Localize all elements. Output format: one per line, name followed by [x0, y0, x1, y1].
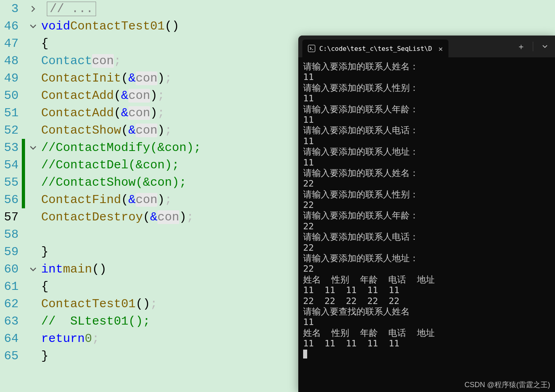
- line-number: 57: [0, 210, 22, 224]
- keyword: void: [41, 19, 70, 33]
- terminal-window[interactable]: C:\code\test_c\test_SeqList\D ✕ ＋ 请输入要添加…: [298, 36, 555, 392]
- variable: con: [136, 71, 157, 85]
- parens: (): [165, 19, 179, 33]
- line-number: 56: [0, 193, 22, 207]
- line-number: 64: [0, 332, 22, 346]
- call: ContactShow: [41, 124, 121, 137]
- call: ContactTest01: [41, 297, 136, 311]
- line-number: 48: [0, 54, 22, 68]
- line-number: 61: [0, 280, 22, 293]
- line-number: 63: [0, 314, 22, 328]
- new-tab-button[interactable]: ＋: [511, 36, 531, 57]
- cursor-icon: [303, 350, 307, 358]
- line-number: 52: [0, 124, 22, 137]
- call: ContactAdd: [41, 106, 114, 120]
- separator: [533, 42, 533, 51]
- watermark: CSDN @程序猿(雷霆之王): [465, 380, 550, 390]
- line-number: 59: [0, 245, 22, 259]
- line-number: 55: [0, 176, 22, 189]
- folded-region[interactable]: // ...: [47, 2, 96, 16]
- code-line[interactable]: 3 // ...: [0, 0, 555, 17]
- variable: con: [128, 106, 150, 120]
- call: ContactFind: [41, 193, 121, 207]
- line-number: 3: [0, 2, 22, 16]
- line-number: 65: [0, 349, 22, 363]
- brace: }: [41, 245, 48, 259]
- dropdown-button[interactable]: [535, 36, 555, 57]
- line-number: 53: [0, 141, 22, 155]
- comment: //ContactModify(&con);: [41, 141, 201, 155]
- function-name: ContactTest01: [70, 19, 165, 33]
- line-number: 54: [0, 158, 22, 172]
- keyword: return: [41, 332, 85, 346]
- semicolon: ;: [114, 54, 121, 68]
- line-number: 47: [0, 37, 22, 50]
- line-number: 62: [0, 297, 22, 311]
- terminal-output[interactable]: 请输入要添加的联系人姓名： 11 请输入要添加的联系人性别： 11 请输入要添加…: [298, 57, 555, 364]
- comment: //ContactShow(&con);: [41, 176, 186, 189]
- fold-toggle-icon[interactable]: [29, 144, 37, 151]
- line-number: 51: [0, 106, 22, 120]
- brace: {: [41, 280, 48, 293]
- comment: //ContactDel(&con);: [41, 158, 179, 172]
- line-number: 58: [0, 228, 22, 241]
- comment: // SLtest01();: [41, 314, 150, 328]
- call: ContactInit: [41, 71, 121, 85]
- close-icon[interactable]: ✕: [438, 44, 443, 53]
- code-line[interactable]: 46 void ContactTest01(): [0, 17, 555, 35]
- number: 0: [85, 332, 92, 346]
- fold-toggle-icon[interactable]: [29, 266, 37, 273]
- variable: con: [157, 210, 179, 224]
- terminal-tab-title: C:\code\test_c\test_SeqList\D: [319, 45, 432, 52]
- line-number: 50: [0, 89, 22, 103]
- fold-toggle-icon[interactable]: [29, 23, 37, 30]
- line-number: 46: [0, 19, 22, 33]
- call: ContactAdd: [41, 89, 114, 103]
- variable: con: [128, 89, 150, 103]
- type: Contact: [41, 54, 92, 68]
- variable: con: [136, 193, 157, 207]
- function-name: main: [63, 262, 92, 276]
- terminal-tab[interactable]: C:\code\test_c\test_SeqList\D ✕: [302, 40, 448, 57]
- line-number: 60: [0, 262, 22, 276]
- brace: }: [41, 349, 48, 363]
- call: ContactDestroy: [41, 210, 143, 224]
- brace: {: [41, 37, 48, 50]
- variable: con: [92, 54, 114, 68]
- line-number: 49: [0, 71, 22, 85]
- keyword: int: [41, 262, 63, 276]
- terminal-icon: [308, 45, 315, 52]
- variable: con: [136, 124, 157, 137]
- terminal-titlebar[interactable]: C:\code\test_c\test_SeqList\D ✕ ＋: [298, 36, 555, 57]
- fold-toggle-icon[interactable]: [29, 5, 37, 13]
